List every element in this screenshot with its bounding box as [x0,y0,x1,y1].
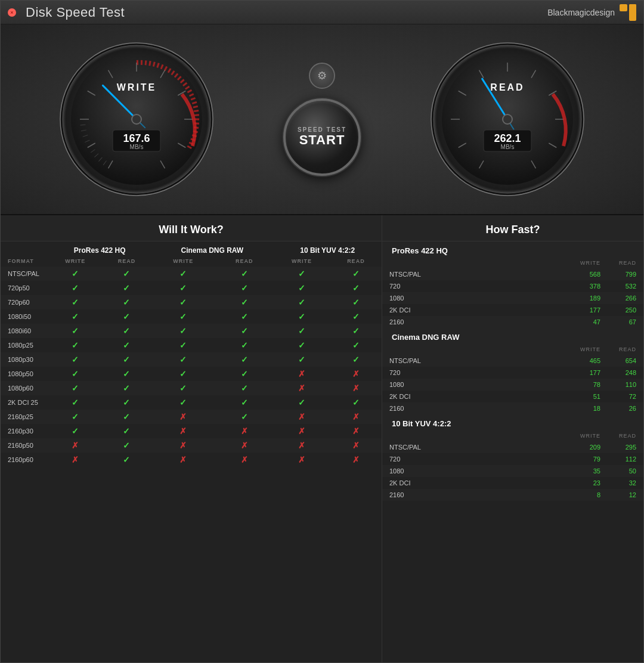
list-item: NTSC/PAL568799 [382,268,643,280]
will-it-work-table: ProRes 422 HQ Cinema DNG RAW 10 Bit YUV … [1,241,382,467]
brand-logo: Blackmagicdesign [547,4,636,21]
write-gauge: WRITE 167.6 MB/s [59,42,214,197]
table-row: 2160p30✓✓✗✗✗✗ [1,424,382,438]
cinema-write-sub: WRITE [151,256,215,267]
app-title: Disk Speed Test [26,5,125,20]
cross-mark: ✗ [48,453,103,467]
check-mark: ✓ [330,281,382,295]
table-row: 2160p50✗✓✗✗✗✗ [1,438,382,453]
cross-mark: ✗ [330,453,382,467]
hf-table: WRITEREADNTSC/PAL20929572079112108035502… [382,430,643,501]
format-col-header [1,241,48,256]
hf-table: WRITEREADNTSC/PAL46565472017724810807811… [382,344,643,414]
list-item: 1080189266 [382,292,643,304]
check-mark: ✓ [215,381,273,395]
table-row: 1080p50✓✓✓✓✗✗ [1,367,382,381]
list-item: NTSC/PAL465654 [382,355,643,367]
check-mark: ✓ [48,424,103,438]
row-label: 720p50 [1,281,48,295]
check-mark: ✓ [151,381,215,395]
row-label: 2160p25 [1,410,48,424]
check-mark: ✓ [215,395,273,410]
check-mark: ✓ [103,367,151,381]
check-mark: ✓ [48,381,103,395]
cross-mark: ✗ [273,410,330,424]
list-item: 2K DCI177250 [382,304,643,316]
cross-mark: ✗ [151,424,215,438]
check-mark: ✓ [103,267,151,281]
table-row: 720p50✓✓✓✓✓✓ [1,281,382,295]
row-label: 1080i50 [1,309,48,324]
data-section: Will It Work? ProRes 422 HQ Cinema DNG R… [1,215,643,662]
cross-mark: ✗ [330,438,382,453]
brand-icon-sq3 [629,4,637,21]
cross-mark: ✗ [48,438,103,453]
check-mark: ✓ [48,267,103,281]
check-mark: ✓ [151,324,215,338]
start-button[interactable]: SPEED TEST START [283,98,361,176]
row-label: 1080p50 [1,367,48,381]
check-mark: ✓ [48,410,103,424]
format-sub: FORMAT [1,256,48,267]
row-label: 1080p25 [1,338,48,352]
check-mark: ✓ [103,324,151,338]
table-row: 1080p30✓✓✓✓✓✓ [1,352,382,367]
check-mark: ✓ [48,281,103,295]
row-label: 1080i60 [1,324,48,338]
check-mark: ✓ [48,324,103,338]
list-item: 2160812 [382,489,643,501]
check-mark: ✓ [273,281,330,295]
prores-header: ProRes 422 HQ [48,241,151,256]
start-button-line2: START [299,133,345,147]
cross-mark: ✗ [215,424,273,438]
brand-icon-sq1 [620,4,627,12]
check-mark: ✓ [103,381,151,395]
list-item: 10803550 [382,465,643,477]
check-mark: ✓ [151,267,215,281]
check-mark: ✓ [103,410,151,424]
read-gauge: READ 262.1 MB/s [430,42,585,197]
check-mark: ✓ [273,309,330,324]
row-label: 2160p50 [1,438,48,453]
svg-text:167.6: 167.6 [123,132,150,144]
list-item: 2K DCI2332 [382,477,643,489]
check-mark: ✓ [151,352,215,367]
check-mark: ✓ [330,338,382,352]
will-it-work-header: Will It Work? [1,215,382,241]
list-item: 720177248 [382,367,643,379]
check-mark: ✓ [330,324,382,338]
cross-mark: ✗ [273,381,330,395]
svg-text:MB/s: MB/s [501,144,515,150]
how-fast-header: How Fast? [382,215,643,241]
table-row: 1080i60✓✓✓✓✓✓ [1,324,382,338]
check-mark: ✓ [273,395,330,410]
cross-mark: ✗ [330,381,382,395]
check-mark: ✓ [330,309,382,324]
settings-button[interactable]: ⚙ [309,63,335,89]
hf-group: 10 Bit YUV 4:2:2WRITEREADNTSC/PAL2092957… [382,414,643,501]
hf-group: ProRes 422 HQWRITEREADNTSC/PAL5687997203… [382,241,643,328]
cross-mark: ✗ [273,438,330,453]
cross-mark: ✗ [330,367,382,381]
check-mark: ✓ [273,295,330,309]
svg-text:WRITE: WRITE [117,82,157,92]
svg-text:262.1: 262.1 [494,132,521,144]
list-item: 72079112 [382,453,643,465]
check-mark: ✓ [215,338,273,352]
check-mark: ✓ [103,309,151,324]
list-item: 108078110 [382,379,643,391]
check-mark: ✓ [215,410,273,424]
title-bar: × Disk Speed Test Blackmagicdesign [1,1,643,24]
check-mark: ✓ [48,352,103,367]
close-button[interactable]: × [8,8,16,17]
hf-group-header: ProRes 422 HQ [382,241,643,258]
cross-mark: ✗ [215,438,273,453]
check-mark: ✓ [103,438,151,453]
cross-mark: ✗ [330,410,382,424]
will-it-work-panel: Will It Work? ProRes 422 HQ Cinema DNG R… [1,215,382,662]
row-label: NTSC/PAL [1,267,48,281]
row-label: 2160p30 [1,424,48,438]
check-mark: ✓ [103,395,151,410]
cinema-read-sub: READ [215,256,273,267]
check-mark: ✓ [215,267,273,281]
